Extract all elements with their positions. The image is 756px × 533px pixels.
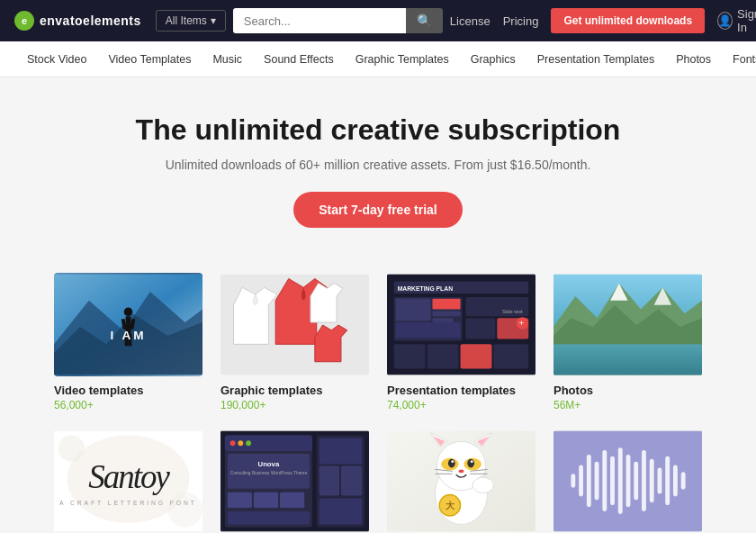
svg-rect-95: [673, 465, 678, 497]
svg-rect-21: [465, 318, 495, 339]
svg-rect-24: [428, 344, 459, 368]
svg-rect-15: [396, 299, 431, 321]
svg-point-38: [58, 436, 85, 462]
wordpress-thumb: Unova Consulting Business WordPress Them…: [220, 429, 369, 533]
svg-point-3: [124, 308, 133, 317]
svg-point-47: [246, 440, 251, 446]
presentation-templates-thumb: MARKETING PLAN: [387, 273, 536, 376]
nav-item-video-templates[interactable]: Video Templates: [99, 44, 200, 75]
nav-item-photos[interactable]: Photos: [667, 44, 720, 75]
svg-rect-58: [341, 466, 362, 496]
hero-title: The unlimited creative subscription: [18, 113, 738, 147]
svg-rect-94: [665, 456, 670, 505]
category-wordpress[interactable]: Unova Consulting Business WordPress Them…: [220, 429, 369, 533]
categories-row-2: Santoy A CRAFT LETTERING FONT Fonts 27,0…: [54, 429, 702, 533]
logo-area: e envatoelements: [14, 11, 141, 31]
svg-point-69: [448, 459, 455, 468]
envato-logo-icon: e: [14, 11, 34, 31]
get-unlimited-button[interactable]: Get unlimited downloads: [551, 8, 705, 33]
nav-item-presentation-templates[interactable]: Presentation Templates: [528, 44, 663, 75]
svg-rect-88: [618, 447, 623, 514]
svg-point-72: [471, 460, 473, 463]
hero-section: The unlimited creative subscription Unli…: [0, 77, 756, 255]
svg-rect-86: [602, 450, 607, 511]
svg-rect-85: [595, 462, 599, 501]
svg-point-78: [472, 477, 493, 492]
svg-rect-90: [634, 462, 638, 501]
graphic-templates-name: Graphic templates: [220, 384, 369, 397]
royalty-free-music-thumb: [554, 429, 702, 533]
video-templates-thumb: I AM: [54, 273, 202, 376]
all-items-button[interactable]: All Items ▾: [156, 10, 226, 32]
svg-text:大: 大: [445, 501, 455, 510]
nav-item-sound-effects[interactable]: Sound Effects: [255, 44, 343, 75]
svg-rect-17: [432, 311, 460, 316]
nav-bar: Stock VideoVideo TemplatesMusicSound Eff…: [0, 41, 756, 77]
graphic-templates-thumb: [220, 273, 369, 376]
user-icon: 👤: [717, 12, 733, 30]
svg-rect-84: [587, 455, 591, 507]
svg-rect-83: [579, 465, 583, 497]
svg-point-70: [467, 459, 474, 468]
top-bar: e envatoelements All Items ▾ 🔍 License P…: [0, 0, 756, 41]
svg-rect-54: [228, 511, 310, 525]
svg-rect-52: [254, 492, 278, 508]
svg-point-46: [238, 440, 243, 446]
video-templates-count: 56,000+: [54, 399, 202, 411]
svg-rect-59: [320, 498, 363, 524]
svg-rect-91: [642, 450, 646, 511]
svg-rect-53: [280, 492, 304, 508]
search-area: 🔍: [233, 8, 443, 33]
svg-text:Consulting Business WordPress : Consulting Business WordPress Theme: [230, 471, 308, 475]
category-presentation-templates[interactable]: MARKETING PLAN: [387, 273, 536, 411]
presentation-templates-name: Presentation templates: [387, 384, 536, 397]
svg-rect-25: [461, 344, 492, 368]
category-video-templates[interactable]: I AM Video templates 56,000+: [54, 273, 202, 411]
search-button[interactable]: 🔍: [406, 8, 443, 33]
3d-thumb: 大: [387, 429, 536, 533]
hero-subtitle: Unlimited downloads of 60+ million creat…: [18, 158, 738, 172]
all-items-label: All Items: [166, 14, 207, 27]
svg-rect-57: [320, 466, 339, 496]
header-links: License Pricing Get unlimited downloads …: [450, 7, 756, 34]
trial-button[interactable]: Start 7-day free trial: [293, 192, 463, 228]
nav-item-graphics[interactable]: Graphics: [462, 44, 525, 75]
svg-rect-26: [493, 344, 528, 368]
chevron-down-icon: ▾: [211, 14, 216, 27]
svg-rect-87: [610, 456, 615, 505]
categories-row-1: I AM Video templates 56,000+: [54, 273, 702, 411]
svg-text:Santoy: Santoy: [88, 458, 170, 495]
photos-thumb: [554, 273, 702, 376]
svg-rect-33: [554, 344, 702, 375]
svg-rect-51: [228, 492, 252, 508]
category-fonts[interactable]: Santoy A CRAFT LETTERING FONT Fonts 27,0…: [54, 429, 202, 533]
svg-rect-19: [396, 322, 461, 338]
svg-text:+: +: [519, 318, 525, 328]
pricing-link[interactable]: Pricing: [503, 14, 539, 28]
signin-label: Sign In: [737, 7, 756, 34]
logo-text: envatoelements: [40, 14, 141, 28]
svg-text:I AM: I AM: [111, 329, 147, 342]
search-input[interactable]: [233, 8, 406, 33]
category-photos[interactable]: Photos 56M+: [554, 273, 702, 411]
categories-section: I AM Video templates 56,000+: [0, 255, 756, 533]
category-graphic-templates[interactable]: Graphic templates 190,000+: [220, 273, 369, 411]
license-link[interactable]: License: [450, 14, 490, 28]
sign-in-button[interactable]: 👤 Sign In: [717, 7, 756, 34]
nav-item-music[interactable]: Music: [203, 44, 251, 75]
svg-text:Side text: Side text: [502, 309, 523, 314]
nav-item-graphic-templates[interactable]: Graphic Templates: [346, 44, 458, 75]
photos-count: 56M+: [554, 399, 702, 411]
svg-rect-82: [571, 474, 575, 488]
svg-rect-93: [658, 467, 662, 493]
svg-rect-89: [626, 455, 631, 507]
nav-item-fonts[interactable]: Fonts: [724, 44, 756, 75]
category-royalty-free-music[interactable]: Royalty-Free Music 110,000+: [554, 429, 702, 533]
svg-point-39: [167, 492, 202, 528]
presentation-templates-count: 74,000+: [387, 399, 536, 411]
svg-point-73: [459, 469, 464, 473]
graphic-templates-count: 190,000+: [220, 399, 369, 411]
svg-rect-96: [681, 472, 686, 489]
category-3d[interactable]: 大 3D 120,000+: [387, 429, 536, 533]
nav-item-stock-video[interactable]: Stock Video: [18, 44, 95, 75]
